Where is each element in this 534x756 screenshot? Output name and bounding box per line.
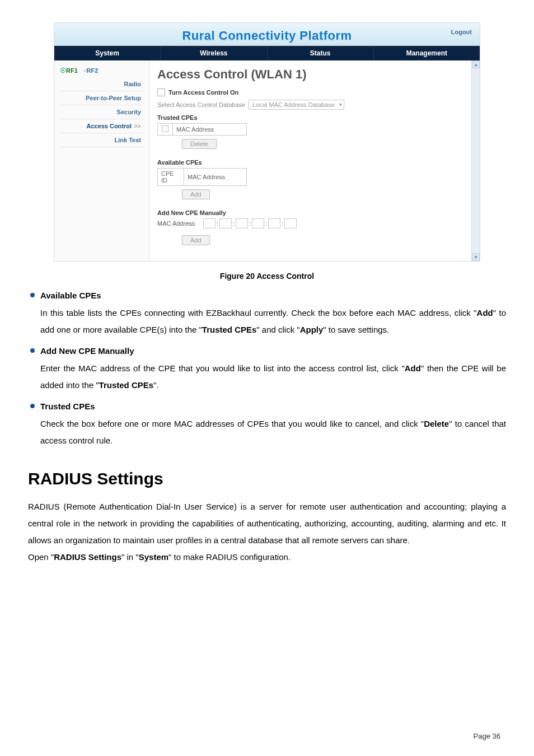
access-control-screenshot: Rural Connectivity Platform Logout Syste…	[54, 22, 480, 262]
section-body-trusted: Check the box before one or more MAC add…	[40, 416, 506, 449]
tab-management[interactable]: Management	[374, 46, 480, 60]
available-col-id: CPE ID	[158, 169, 184, 186]
available-cpes-table: CPE ID MAC Address	[157, 168, 247, 186]
figure-caption: Figure 20 Access Control	[28, 272, 506, 281]
available-col-mac: MAC Address	[184, 169, 247, 186]
scrollbar[interactable]: ▴ ▾	[471, 60, 480, 261]
sidebar-item-link-test[interactable]: Link Test	[60, 133, 143, 147]
brand-title: Rural Connectivity Platform	[61, 29, 473, 43]
section-body-manual: Enter the MAC address of the CPE that yo…	[40, 360, 506, 394]
radius-para-1: RADIUS (Remote Authentication Dial-In Us…	[28, 498, 506, 549]
sidebar-item-access-control[interactable]: Access Control>>	[60, 119, 143, 133]
page-number: Page 36	[474, 732, 500, 740]
delete-button[interactable]: Delete	[182, 139, 217, 149]
add-button[interactable]: Add	[182, 189, 210, 199]
section-body-available: In this table lists the CPEs connecting …	[40, 305, 506, 338]
manual-add-label: Add New CPE Manually	[157, 209, 463, 216]
tab-system[interactable]: System	[54, 46, 161, 60]
trusted-cpes-label: Trusted CPEs	[157, 114, 463, 121]
sidebar-item-radio[interactable]: Radio	[60, 77, 143, 91]
tab-wireless[interactable]: Wireless	[161, 46, 267, 60]
chevron-right-icon: >>	[134, 123, 141, 129]
mac-address-label: MAC Address	[157, 220, 200, 227]
sidebar-item-p2p[interactable]: Peer-to-Peer Setup	[60, 91, 143, 105]
section-head-trusted: Trusted CPEs	[40, 402, 506, 411]
scroll-down-icon[interactable]: ▾	[472, 253, 480, 261]
add-manual-button[interactable]: Add	[182, 235, 210, 245]
available-cpes-label: Available CPEs	[157, 159, 463, 166]
turn-on-label: Turn Access Control On	[168, 89, 238, 96]
trusted-col-mac: MAC Address	[173, 124, 247, 136]
sidebar-item-security[interactable]: Security	[60, 105, 143, 119]
trusted-cpes-table: MAC Address	[157, 123, 247, 136]
section-head-available: Available CPEs	[40, 291, 506, 300]
section-head-manual: Add New CPE Manually	[40, 346, 506, 356]
radius-para-2: Open "RADIUS Settings" in "System" to ma…	[28, 549, 506, 566]
rf-selector[interactable]: ⦿RF1 ○RF2	[60, 67, 143, 74]
mac-address-input[interactable]: : : : : :	[203, 218, 297, 228]
radius-heading: RADIUS Settings	[28, 469, 506, 488]
tab-status[interactable]: Status	[268, 46, 374, 60]
logout-link[interactable]: Logout	[451, 29, 472, 35]
select-db-label: Select Access Control Database	[157, 101, 245, 108]
trusted-row-checkbox[interactable]	[162, 125, 168, 132]
scroll-up-icon[interactable]: ▴	[472, 60, 480, 68]
access-db-select[interactable]: Local MAC Address Database	[249, 100, 344, 110]
page-title: Access Control (WLAN 1)	[157, 67, 463, 82]
turn-on-checkbox[interactable]	[157, 88, 165, 96]
